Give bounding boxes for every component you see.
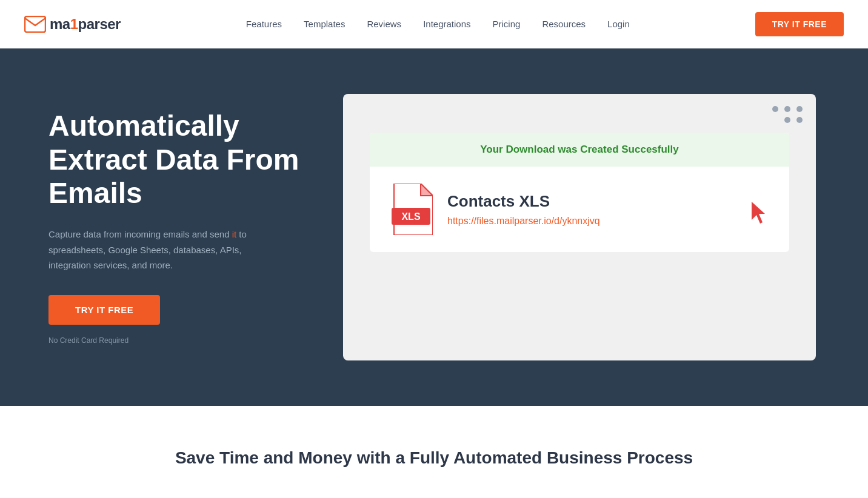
xls-file-icon: XLS	[389, 184, 433, 235]
main-nav: Features Templates Reviews Integrations …	[246, 19, 630, 29]
download-card-body: XLS Contacts XLS https://files.mailparse…	[370, 167, 789, 252]
bottom-section: Save Time and Money with a Fully Automat…	[0, 406, 868, 492]
download-url: https://files.mailparser.io/d/yknnxjvq	[447, 216, 600, 227]
dot-6	[796, 117, 803, 123]
demo-window: Your Download was Created Succesfully XL…	[343, 94, 816, 360]
nav-reviews[interactable]: Reviews	[367, 19, 401, 29]
logo[interactable]: ma1parser	[24, 16, 121, 33]
dots-decoration	[772, 106, 804, 123]
hero-description: Capture data from incoming emails and se…	[48, 227, 279, 273]
download-success-text: Your Download was Created Succesfully	[480, 144, 679, 155]
dot-1	[772, 106, 778, 112]
hero-right-demo: Your Download was Created Succesfully XL…	[339, 94, 820, 360]
dot-2	[784, 106, 790, 112]
hero-left-content: Automatically Extract Data From Emails C…	[48, 109, 303, 345]
dot-5	[784, 117, 790, 123]
nav-templates[interactable]: Templates	[304, 19, 345, 29]
dot-4	[772, 117, 778, 123]
nav-features[interactable]: Features	[246, 19, 282, 29]
bottom-section-title: Save Time and Money with a Fully Automat…	[24, 448, 844, 468]
nav-pricing[interactable]: Pricing	[493, 19, 521, 29]
nav-integrations[interactable]: Integrations	[423, 19, 470, 29]
hero-section: Automatically Extract Data From Emails C…	[0, 48, 868, 406]
logo-text: ma1parser	[50, 16, 121, 33]
nav-login[interactable]: Login	[607, 19, 630, 29]
download-card: Your Download was Created Succesfully XL…	[370, 133, 789, 252]
download-card-header: Your Download was Created Succesfully	[370, 133, 789, 167]
header: ma1parser Features Templates Reviews Int…	[0, 0, 868, 48]
nav-resources[interactable]: Resources	[542, 19, 586, 29]
download-file-info: Contacts XLS https://files.mailparser.io…	[447, 192, 600, 227]
svg-rect-0	[25, 16, 45, 32]
header-try-free-button[interactable]: TRY IT FREE	[755, 12, 844, 36]
svg-text:XLS: XLS	[401, 211, 420, 222]
hero-title: Automatically Extract Data From Emails	[48, 109, 303, 210]
cursor-icon	[752, 202, 770, 224]
hero-try-free-button[interactable]: TRY IT FREE	[48, 295, 160, 325]
dot-3	[796, 106, 803, 112]
download-filename: Contacts XLS	[447, 192, 600, 211]
hero-desc-link: it	[232, 229, 237, 239]
no-credit-card-text: No Credit Card Required	[48, 336, 129, 345]
svg-marker-3	[752, 202, 765, 224]
logo-icon	[24, 16, 46, 33]
